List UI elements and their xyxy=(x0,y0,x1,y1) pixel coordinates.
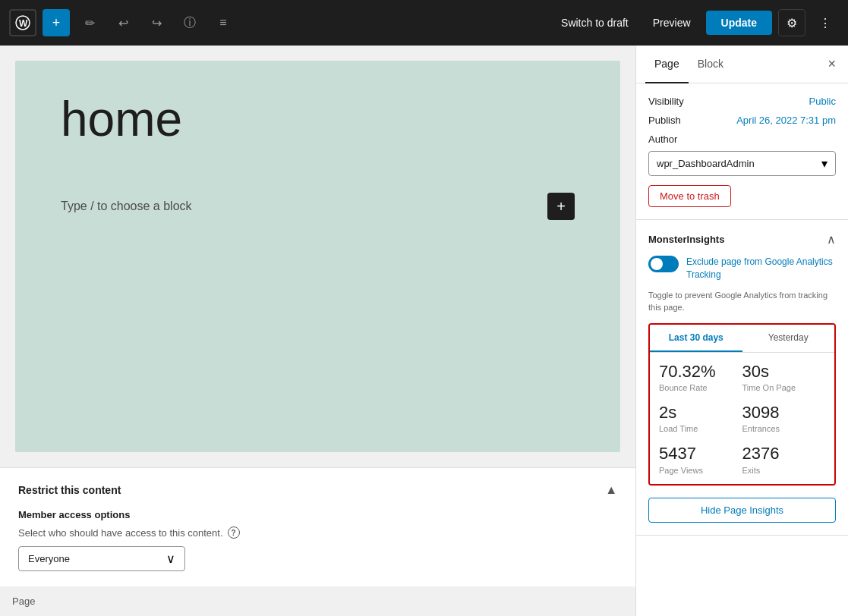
page-info-section: Visibility Public Publish April 26, 2022… xyxy=(636,83,848,220)
undo-button[interactable]: ↩ xyxy=(109,9,137,36)
sidebar-tabs: Page Block × xyxy=(636,46,848,83)
update-button[interactable]: Update xyxy=(706,11,772,35)
preview-button[interactable]: Preview xyxy=(644,12,700,33)
redo-button[interactable]: ↪ xyxy=(143,9,170,36)
chevron-up-icon: ▲ xyxy=(605,483,617,496)
exits-value: 2376 xyxy=(742,444,826,464)
edit-icon: ✏ xyxy=(85,16,95,30)
entrances-value: 3098 xyxy=(742,403,826,423)
plus-icon: + xyxy=(52,15,61,31)
insights-box: Last 30 days Yesterday 70.32% Bounce Rat… xyxy=(648,323,836,486)
more-options-button[interactable]: ⋮ xyxy=(812,9,839,36)
block-placeholder-row: Type / to choose a block + xyxy=(61,193,575,220)
wordpress-logo: W xyxy=(9,9,36,36)
insights-tab-yesterday[interactable]: Yesterday xyxy=(742,325,835,352)
page-footer-label: Page xyxy=(0,586,635,616)
dropdown-chevron-icon: ∨ xyxy=(166,552,175,566)
add-block-toolbar-button[interactable]: + xyxy=(43,9,70,36)
page-views-value: 5437 xyxy=(659,444,742,464)
stat-page-views: 5437 Page Views xyxy=(659,444,742,474)
dots-icon: ⋮ xyxy=(819,16,831,30)
page-views-label: Page Views xyxy=(659,466,742,475)
info-button[interactable]: ⓘ xyxy=(176,9,203,36)
stats-row-2: 2s Load Time 3098 Entrances xyxy=(659,403,825,433)
publish-value[interactable]: April 26, 2022 7:31 pm xyxy=(736,115,836,126)
main-area: home Type / to choose a block + Restrict… xyxy=(0,46,848,616)
editor-canvas: home Type / to choose a block + Restrict… xyxy=(0,46,635,616)
access-select-value: Everyone xyxy=(28,553,70,564)
visibility-value[interactable]: Public xyxy=(809,96,836,107)
move-to-trash-button[interactable]: Move to trash xyxy=(648,185,731,207)
time-on-page-label: Time On Page xyxy=(742,383,826,392)
visibility-label: Visibility xyxy=(648,96,684,107)
access-description-row: Select who should have access to this co… xyxy=(18,526,617,539)
close-icon: × xyxy=(828,56,836,71)
time-on-page-value: 30s xyxy=(742,362,826,382)
tab-block[interactable]: Block xyxy=(689,46,733,83)
load-time-value: 2s xyxy=(659,403,742,423)
restrict-title: Restrict this content xyxy=(18,484,121,496)
chevron-up-icon[interactable]: ∧ xyxy=(827,232,836,247)
stat-load-time: 2s Load Time xyxy=(659,403,742,433)
toggle-description: Toggle to prevent Google Analytics from … xyxy=(648,289,836,314)
placeholder-text: Type / to choose a block xyxy=(61,200,192,213)
stats-row-3: 5437 Page Views 2376 Exits xyxy=(659,444,825,474)
exclude-page-toggle[interactable] xyxy=(648,256,679,272)
stat-bounce-rate: 70.32% Bounce Rate xyxy=(659,362,742,392)
author-chevron-icon: ▾ xyxy=(821,156,828,171)
stats-row-1: 70.32% Bounce Rate 30s Time On Page xyxy=(659,362,825,392)
svg-text:W: W xyxy=(19,18,28,29)
list-icon: ≡ xyxy=(219,16,226,30)
add-block-button[interactable]: + xyxy=(547,193,575,220)
author-label: Author xyxy=(648,134,836,145)
publish-label: Publish xyxy=(648,115,681,126)
bounce-rate-value: 70.32% xyxy=(659,362,742,382)
entrances-label: Entrances xyxy=(742,424,826,433)
monster-insights-section: MonsterInsights ∧ Exclude page from Goog… xyxy=(636,220,848,536)
stat-exits: 2376 Exits xyxy=(742,444,826,474)
monster-header: MonsterInsights ∧ xyxy=(648,232,836,247)
author-value: wpr_DashboardAdmin xyxy=(657,158,755,169)
monster-title: MonsterInsights xyxy=(648,234,724,245)
list-view-button[interactable]: ≡ xyxy=(210,9,237,36)
stat-entrances: 3098 Entrances xyxy=(742,403,826,433)
switch-to-draft-button[interactable]: Switch to draft xyxy=(552,12,638,33)
settings-button[interactable]: ⚙ xyxy=(778,9,805,36)
visibility-row: Visibility Public xyxy=(648,96,836,107)
tab-page[interactable]: Page xyxy=(645,46,689,83)
toolbar: W + ✏ ↩ ↪ ⓘ ≡ Switch to draft Preview Up… xyxy=(0,0,848,46)
help-icon[interactable]: ? xyxy=(228,526,240,539)
stat-time-on-page: 30s Time On Page xyxy=(742,362,826,392)
right-sidebar: Page Block × Visibility Public Publish A… xyxy=(635,46,848,616)
restrict-header: Restrict this content ▲ xyxy=(18,483,617,497)
toggle-row: Exclude page from Google Analytics Track… xyxy=(648,256,836,281)
author-row: Author wpr_DashboardAdmin ▾ xyxy=(648,134,836,176)
bounce-rate-label: Bounce Rate xyxy=(659,383,742,392)
info-icon: ⓘ xyxy=(184,15,196,31)
page-title[interactable]: home xyxy=(61,91,575,147)
gear-icon: ⚙ xyxy=(787,16,797,30)
exits-label: Exits xyxy=(742,466,826,475)
restrict-collapse-button[interactable]: ▲ xyxy=(605,483,617,497)
bottom-panel: Restrict this content ▲ Member access op… xyxy=(0,467,635,586)
author-select[interactable]: wpr_DashboardAdmin ▾ xyxy=(648,151,836,176)
hide-page-insights-button[interactable]: Hide Page Insights xyxy=(648,498,836,523)
edit-toolbar-button[interactable]: ✏ xyxy=(76,9,103,36)
undo-icon: ↩ xyxy=(118,16,128,30)
load-time-label: Load Time xyxy=(659,424,742,433)
publish-row: Publish April 26, 2022 7:31 pm xyxy=(648,115,836,126)
access-description-text: Select who should have access to this co… xyxy=(18,527,223,539)
canvas-content[interactable]: home Type / to choose a block + xyxy=(15,61,620,452)
redo-icon: ↪ xyxy=(152,16,162,30)
add-block-plus-icon: + xyxy=(556,198,566,215)
insights-tabs: Last 30 days Yesterday xyxy=(650,325,834,353)
toggle-label[interactable]: Exclude page from Google Analytics Track… xyxy=(686,256,836,281)
access-select-dropdown[interactable]: Everyone ∨ xyxy=(18,546,185,571)
member-access-label: Member access options xyxy=(18,509,617,520)
insights-stats: 70.32% Bounce Rate 30s Time On Page 2s L… xyxy=(650,353,834,484)
insights-tab-30days[interactable]: Last 30 days xyxy=(650,325,742,352)
close-sidebar-button[interactable]: × xyxy=(824,53,839,75)
